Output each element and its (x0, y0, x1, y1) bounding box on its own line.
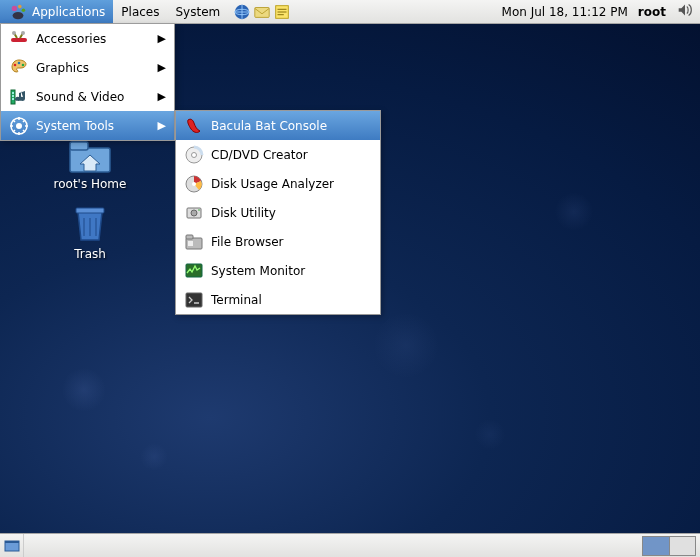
menu-item-label: Graphics (36, 61, 89, 75)
system-monitor-icon (184, 261, 204, 281)
svg-point-23 (192, 182, 196, 186)
file-browser-icon (184, 232, 204, 252)
places-label: Places (121, 5, 159, 19)
submenu-item-disk-usage[interactable]: Disk Usage Analyzer (176, 169, 380, 198)
svg-point-9 (12, 31, 16, 35)
svg-point-10 (21, 31, 25, 35)
desktop-icon-trash[interactable]: Trash (45, 200, 135, 261)
svg-rect-8 (11, 38, 27, 42)
svg-rect-34 (76, 208, 104, 213)
svg-point-2 (22, 8, 26, 12)
svg-rect-15 (12, 92, 14, 94)
workspace-switcher[interactable] (642, 536, 696, 556)
submenu-item-label: System Monitor (211, 264, 305, 278)
browser-launcher-icon[interactable] (232, 2, 252, 22)
submenu-item-terminal[interactable]: Terminal (176, 285, 380, 314)
svg-point-21 (192, 152, 197, 157)
gnome-foot-icon (8, 2, 28, 22)
system-tools-icon (9, 116, 29, 136)
menu-item-accessories[interactable]: Accessories ▶ (1, 24, 174, 53)
bacula-icon (184, 116, 204, 136)
svg-point-1 (18, 4, 22, 8)
menu-item-system-tools[interactable]: System Tools ▶ (1, 111, 174, 140)
svg-rect-17 (12, 98, 14, 100)
disk-utility-icon (184, 203, 204, 223)
svg-point-11 (14, 63, 17, 66)
system-label: System (175, 5, 220, 19)
sound-video-icon (9, 87, 29, 107)
submenu-item-cd-dvd[interactable]: CD/DVD Creator (176, 140, 380, 169)
svg-rect-36 (5, 541, 19, 543)
places-menu-button[interactable]: Places (113, 0, 167, 23)
applications-label: Applications (32, 5, 105, 19)
svg-point-12 (18, 61, 21, 64)
svg-rect-33 (70, 142, 88, 150)
chevron-right-icon: ▶ (158, 32, 166, 45)
svg-point-26 (198, 209, 200, 211)
svg-point-3 (13, 12, 24, 19)
submenu-item-label: CD/DVD Creator (211, 148, 308, 162)
disc-icon (184, 145, 204, 165)
menu-item-sound-video[interactable]: Sound & Video ▶ (1, 82, 174, 111)
disk-usage-icon (184, 174, 204, 194)
menu-item-label: Sound & Video (36, 90, 124, 104)
terminal-icon (184, 290, 204, 310)
trash-icon (66, 200, 114, 244)
volume-icon[interactable] (676, 1, 694, 22)
applications-menu-button[interactable]: Applications (0, 0, 113, 23)
applications-menu: Accessories ▶ Graphics ▶ Sound & Video ▶… (0, 24, 175, 141)
svg-rect-6 (255, 7, 269, 17)
system-tools-submenu: Bacula Bat Console CD/DVD Creator Disk U… (175, 110, 381, 315)
user-menu[interactable]: root (638, 5, 666, 19)
mail-launcher-icon[interactable] (252, 2, 272, 22)
submenu-item-label: Terminal (211, 293, 262, 307)
chevron-right-icon: ▶ (158, 90, 166, 103)
submenu-item-system-monitor[interactable]: System Monitor (176, 256, 380, 285)
submenu-item-bacula[interactable]: Bacula Bat Console (176, 111, 380, 140)
svg-point-19 (16, 123, 22, 129)
chevron-right-icon: ▶ (158, 61, 166, 74)
desktop-icon-label: Trash (74, 247, 106, 261)
workspace-1[interactable] (643, 537, 669, 555)
desktop-icon-label: root's Home (54, 177, 127, 191)
svg-rect-29 (188, 241, 193, 246)
submenu-item-disk-utility[interactable]: Disk Utility (176, 198, 380, 227)
menu-item-label: Accessories (36, 32, 106, 46)
submenu-item-label: Disk Usage Analyzer (211, 177, 334, 191)
menu-item-label: System Tools (36, 119, 114, 133)
svg-rect-28 (186, 235, 193, 239)
chevron-right-icon: ▶ (158, 119, 166, 132)
show-desktop-button[interactable] (0, 534, 24, 557)
svg-rect-16 (12, 95, 14, 97)
submenu-item-label: File Browser (211, 235, 284, 249)
menu-item-graphics[interactable]: Graphics ▶ (1, 53, 174, 82)
accessories-icon (9, 29, 29, 49)
svg-point-0 (12, 5, 17, 10)
bottom-panel (0, 533, 700, 557)
submenu-item-label: Disk Utility (211, 206, 276, 220)
system-menu-button[interactable]: System (167, 0, 228, 23)
notes-launcher-icon[interactable] (272, 2, 292, 22)
submenu-item-file-browser[interactable]: File Browser (176, 227, 380, 256)
top-panel: Applications Places System Mon Jul 18, 1… (0, 0, 700, 24)
graphics-icon (9, 58, 29, 78)
svg-rect-31 (186, 293, 202, 307)
workspace-2[interactable] (669, 537, 695, 555)
submenu-item-label: Bacula Bat Console (211, 119, 327, 133)
svg-point-25 (191, 210, 197, 216)
clock[interactable]: Mon Jul 18, 11:12 PM (502, 5, 628, 19)
svg-point-13 (22, 63, 25, 66)
